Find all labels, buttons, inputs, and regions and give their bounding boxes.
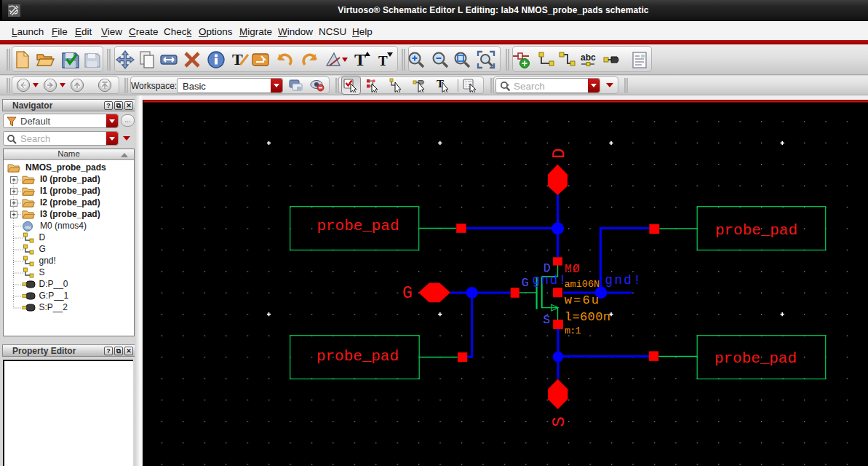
svg-text:G: G [522, 276, 529, 290]
svg-text:T: T [354, 50, 366, 69]
svg-text:T: T [378, 53, 388, 68]
svg-text:T: T [232, 50, 243, 68]
svg-text:gnd!: gnd! [533, 273, 568, 288]
svg-text:m:1: m:1 [565, 325, 581, 336]
svg-text:probe_pad: probe_pad [715, 222, 797, 239]
svg-text:probe_pad: probe_pad [714, 350, 797, 367]
svg-text:ami06N: ami06N [565, 279, 600, 290]
svg-text:S: S [549, 416, 569, 427]
svg-text:l=600n: l=600n [565, 310, 611, 324]
svg-text:D: D [549, 149, 569, 159]
svg-text:obj: obj [25, 225, 31, 229]
svg-text:gnd!: gnd! [605, 273, 643, 288]
svg-text:D: D [544, 261, 551, 275]
svg-text:probe_pad: probe_pad [317, 218, 399, 234]
svg-text:G: G [402, 284, 413, 303]
svg-text:w=6u: w=6u [565, 293, 600, 307]
svg-text:abc: abc [581, 52, 596, 63]
svg-text:probe_pad: probe_pad [316, 348, 399, 365]
svg-text:S: S [543, 313, 550, 327]
